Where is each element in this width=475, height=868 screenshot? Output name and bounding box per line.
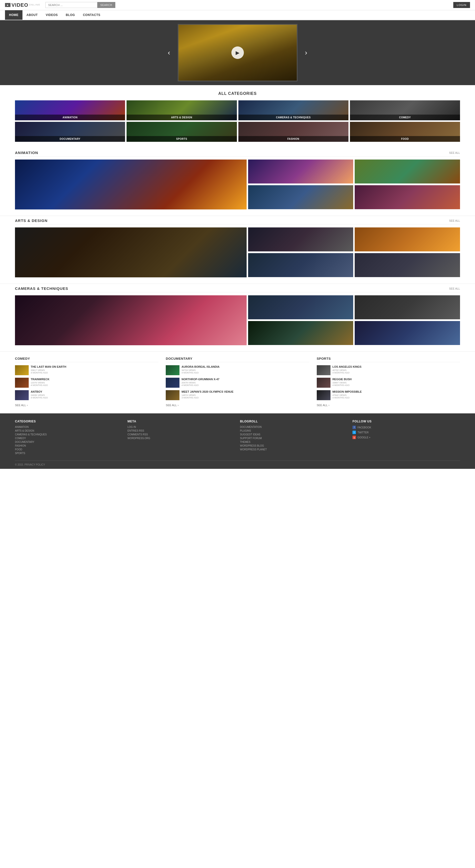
footer-meta-comments[interactable]: COMMENTS RSS xyxy=(128,433,235,436)
footer-link-cameras[interactable]: CAMERAS & TECHNIQUES xyxy=(15,433,123,436)
arts-thumb-2[interactable] xyxy=(355,227,460,251)
nav-item-videos[interactable]: VIDEOS xyxy=(42,10,62,20)
cat-label: DOCUMENTARY xyxy=(15,136,125,142)
comedy-see-all[interactable]: SEE ALL xyxy=(15,404,26,407)
sports-info-2: MISSION IMPOSSIBLE 47642 VIEWS 4 MONTHS … xyxy=(332,390,362,400)
footer-link-arts[interactable]: ARTS & DESIGN xyxy=(15,429,123,432)
footer-googleplus-link[interactable]: g GOOGLE + xyxy=(352,436,460,439)
footer-link-documentary[interactable]: DOCUMENTARY xyxy=(15,441,123,443)
footer-link-animation[interactable]: ANIMATION xyxy=(15,426,123,428)
footer-link-comedy[interactable]: COMEDY xyxy=(15,437,123,440)
footer-copyright: © 2015. PRIVACY POLICY xyxy=(15,463,45,466)
sports-item-ago-1: 4 MONTHS AGO xyxy=(332,384,352,386)
documentary-column: DOCUMENTARY AURORA BOREAL ISLANDIA 34724… xyxy=(166,357,309,407)
logo-text: VIDEO xyxy=(11,2,28,8)
googleplus-label: GOOGLE + xyxy=(357,436,371,439)
cat-item-comedy[interactable]: COMEDY xyxy=(350,100,460,120)
footer-link-fashion[interactable]: FASHION xyxy=(15,444,123,447)
nav-item-contacts[interactable]: CONTACTS xyxy=(79,10,104,20)
arts-thumb-3[interactable] xyxy=(248,253,353,277)
category-grid: ANIMATION ARTS & DESIGN CAMERAS & TECHNI… xyxy=(15,100,460,142)
hero-play-button[interactable]: ▶ xyxy=(231,46,244,59)
doc-thumb-1[interactable] xyxy=(166,378,180,388)
comedy-thumb-0[interactable] xyxy=(15,365,29,375)
logo-sub: ONLINE xyxy=(29,3,40,6)
cat-item-animation[interactable]: ANIMATION xyxy=(15,100,125,120)
cat-label: FOOD xyxy=(350,136,460,142)
sports-item-ago-2: 4 MONTHS AGO xyxy=(332,396,362,399)
cat-item-sports[interactable]: SPORTS xyxy=(127,122,236,142)
animation-thumb-1[interactable] xyxy=(248,159,353,184)
sports-info-1: REGGIE BUSH 33897 VIEWS 4 MONTHS AGO xyxy=(332,378,352,388)
nav-item-about[interactable]: ABOUT xyxy=(23,10,42,20)
footer-blogroll-themes[interactable]: THEMES xyxy=(240,441,348,443)
cameras-thumb-large[interactable] xyxy=(15,295,247,345)
hero-image[interactable]: ▶ xyxy=(178,24,297,82)
footer-link-sports[interactable]: SPORTS xyxy=(15,452,123,455)
footer-link-food[interactable]: FOOD xyxy=(15,448,123,451)
hero-slider: ‹ ▶ › xyxy=(0,20,475,85)
cameras-title: CAMERAS & TECHNIQUES xyxy=(15,286,68,290)
cameras-see-all[interactable]: SEE ALL xyxy=(449,287,460,290)
documentary-see-all[interactable]: SEE ALL xyxy=(166,404,177,407)
footer-meta-entries[interactable]: ENTRIES RSS xyxy=(128,429,235,432)
comedy-thumb-2[interactable] xyxy=(15,390,29,400)
sports-see-all[interactable]: SEE ALL xyxy=(317,404,328,407)
footer-blogroll-wpplanet[interactable]: WORDPRESS PLANET xyxy=(240,448,348,451)
cat-item-fashion[interactable]: FASHION xyxy=(239,122,348,142)
doc-item-ago-2: 3 MONTHS AGO xyxy=(182,396,233,399)
arts-title: ARTS & DESIGN xyxy=(15,218,48,223)
cameras-thumb-3[interactable] xyxy=(248,321,353,345)
animation-thumb-4[interactable] xyxy=(355,185,460,209)
sports-info-0: LOS ANGELES KINGS 40702 VIEWS 4 MONTHS A… xyxy=(332,365,361,375)
sports-item-views-1: 33897 VIEWS xyxy=(332,381,352,384)
doc-thumb-2[interactable] xyxy=(166,390,180,400)
cat-item-documentary[interactable]: DOCUMENTARY xyxy=(15,122,125,142)
search-button[interactable]: SEARCH xyxy=(97,2,115,8)
footer-twitter-link[interactable]: t TWITTER xyxy=(352,431,460,434)
footer-blogroll-wpblog[interactable]: WORDPRESS BLOG xyxy=(240,444,348,447)
search-input[interactable] xyxy=(45,2,97,8)
footer-meta-wordpress[interactable]: WORDPRESS.ORG xyxy=(128,437,235,440)
logo: ▶ VIDEO ONLINE xyxy=(5,2,40,8)
cat-item-arts[interactable]: ARTS & DESIGN xyxy=(127,100,236,120)
footer-facebook-link[interactable]: f FACEBOOK xyxy=(352,426,460,429)
sports-thumb-0[interactable] xyxy=(317,365,330,375)
arts-thumb-1[interactable] xyxy=(248,227,353,251)
cameras-thumb-4[interactable] xyxy=(355,321,460,345)
footer-blogroll: BLOGROLL DOCUMENTATION PLUGINS SUGGEST I… xyxy=(240,420,348,456)
comedy-thumb-1[interactable] xyxy=(15,378,29,388)
footer-blogroll-plugins[interactable]: PLUGINS xyxy=(240,429,348,432)
comedy-item-ago-2: 4 MONTHS AGO xyxy=(31,396,48,399)
twitter-label: TWITTER xyxy=(357,431,369,434)
login-button[interactable]: LOGIN xyxy=(453,2,470,8)
cat-item-food[interactable]: FOOD xyxy=(350,122,460,142)
animation-title: ANIMATION xyxy=(15,151,38,155)
animation-thumb-3[interactable] xyxy=(248,185,353,209)
comedy-item-1: TRAINWRECK 13376 VIEWS 4 MONTHS AGO xyxy=(15,378,158,388)
footer-meta-login[interactable]: LOG IN xyxy=(128,426,235,428)
footer-blogroll-support[interactable]: SUPPORT FORUM xyxy=(240,437,348,440)
footer-blogroll-suggest[interactable]: SUGGEST IDEAS xyxy=(240,433,348,436)
sports-thumb-2[interactable] xyxy=(317,390,330,400)
nav-item-blog[interactable]: BLOG xyxy=(62,10,79,20)
hero-prev-arrow[interactable]: ‹ xyxy=(160,49,178,57)
doc-thumb-0[interactable] xyxy=(166,365,180,375)
arts-see-all[interactable]: SEE ALL xyxy=(449,219,460,222)
hero-next-arrow[interactable]: › xyxy=(297,49,315,57)
sports-thumb-1[interactable] xyxy=(317,378,330,388)
arts-thumb-4[interactable] xyxy=(355,253,460,277)
doc-item-views-0: 34724 VIEWS xyxy=(182,369,219,371)
arts-thumb-large[interactable] xyxy=(15,227,247,277)
cat-item-cameras[interactable]: CAMERAS & TECHNIQUES xyxy=(239,100,348,120)
nav-item-home[interactable]: HOME xyxy=(5,10,23,20)
animation-see-all[interactable]: SEE ALL xyxy=(449,151,460,154)
footer-blogroll-doc[interactable]: DOCUMENTATION xyxy=(240,426,348,428)
animation-thumb-2[interactable] xyxy=(355,159,460,184)
comedy-item-title-1: TRAINWRECK xyxy=(31,378,50,381)
animation-thumb-large[interactable] xyxy=(15,159,247,210)
footer-blogroll-title: BLOGROLL xyxy=(240,420,348,423)
doc-item-title-1: NORTHROP-GRUMMAN X-47 xyxy=(182,378,219,381)
cameras-thumb-2[interactable] xyxy=(355,295,460,319)
cameras-thumb-1[interactable] xyxy=(248,295,353,319)
